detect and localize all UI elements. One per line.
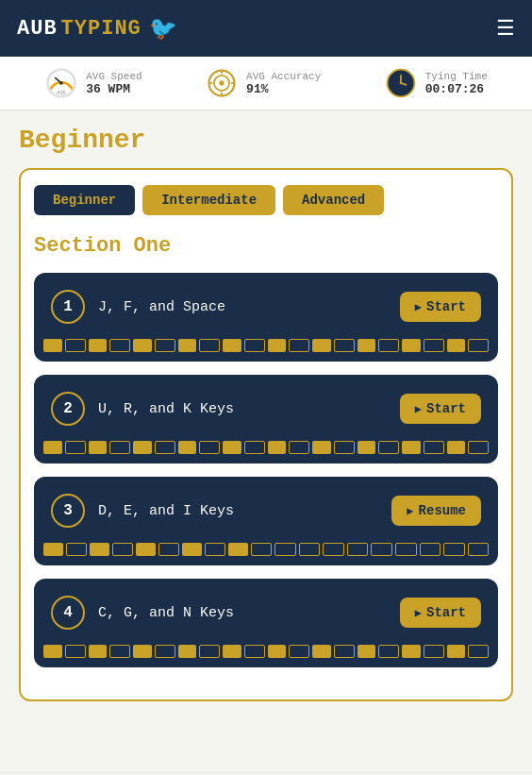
lesson-card-1: 1 J, F, and Space ▶ Start: [34, 273, 498, 362]
key-8: [199, 339, 220, 352]
speedometer-icon: AVG: [44, 66, 78, 100]
time-value: 00:07:26: [425, 82, 488, 96]
lesson-3-btn-label: Resume: [419, 503, 466, 518]
key2-12: [289, 441, 309, 454]
lesson-card-2: 2 U, R, and K Keys ▶ Start: [34, 375, 498, 463]
page-title: Beginner: [19, 126, 513, 155]
key-2: [65, 339, 86, 352]
lesson-2-start-button[interactable]: ▶ Start: [400, 394, 481, 424]
bird-icon: 🐦: [149, 15, 177, 42]
key3-8: [205, 543, 226, 556]
key2-8: [199, 441, 220, 454]
key3-14: [347, 543, 369, 556]
key4-7: [178, 645, 197, 658]
key3-10: [251, 543, 273, 556]
key2-10: [244, 441, 265, 454]
key-16: [378, 339, 399, 352]
key-11: [268, 339, 287, 352]
key-5: [133, 339, 152, 352]
accuracy-label: AVG Accuracy: [246, 71, 321, 82]
keyboard-pattern-3: [34, 537, 498, 565]
key4-3: [89, 645, 108, 658]
key2-9: [223, 441, 241, 454]
time-text: Tying Time 00:07:26: [425, 71, 488, 96]
tab-intermediate[interactable]: Intermediate: [142, 185, 275, 215]
svg-point-15: [399, 82, 402, 85]
key2-3: [89, 441, 108, 454]
key-6: [155, 339, 175, 352]
key3-17: [420, 543, 441, 556]
key3-19: [468, 543, 490, 556]
key3-15: [371, 543, 392, 556]
lesson-name-3: D, E, and I Keys: [98, 503, 234, 519]
main-content: Beginner Beginner Intermediate Advanced …: [0, 110, 532, 771]
lesson-card-inner-1: 1 J, F, and Space ▶ Start: [34, 273, 498, 333]
svg-point-2: [59, 81, 63, 85]
play-icon-1: ▶: [415, 300, 422, 314]
stats-bar: AVG AVG Speed 36 WPM AVG Accuracy 91%: [0, 57, 532, 110]
play-icon-3: ▶: [407, 504, 413, 518]
menu-button[interactable]: ☰: [496, 16, 515, 41]
keyboard-pattern-4: [34, 639, 498, 667]
lesson-left-4: 4 C, G, and N Keys: [51, 596, 234, 630]
key4-5: [133, 645, 152, 658]
key-7: [178, 339, 197, 352]
speed-label: AVG Speed: [86, 71, 141, 82]
lesson-name-2: U, R, and K Keys: [98, 401, 234, 417]
time-label: Tying Time: [425, 71, 488, 82]
key3-1: [43, 543, 63, 556]
key2-13: [312, 441, 331, 454]
lesson-1-start-button[interactable]: ▶ Start: [400, 292, 481, 322]
key4-8: [199, 645, 220, 658]
speed-stat: AVG AVG Speed 36 WPM: [44, 66, 141, 100]
key2-1: [43, 441, 62, 454]
tab-beginner[interactable]: Beginner: [34, 185, 135, 215]
lesson-card-inner-3: 3 D, E, and I Keys ▶ Resume: [34, 477, 498, 537]
key3-18: [443, 543, 465, 556]
lesson-number-1: 1: [51, 290, 85, 324]
key4-9: [223, 645, 241, 658]
lesson-4-start-button[interactable]: ▶ Start: [400, 598, 481, 628]
key2-16: [378, 441, 399, 454]
key3-16: [395, 543, 417, 556]
section-title: Section One: [34, 234, 498, 258]
accuracy-icon: [205, 66, 239, 100]
key4-11: [268, 645, 287, 658]
key4-16: [378, 645, 399, 658]
key4-13: [312, 645, 331, 658]
key3-4: [112, 543, 134, 556]
key-3: [89, 339, 108, 352]
key-18: [424, 339, 444, 352]
key-4: [109, 339, 130, 352]
lesson-card-4: 4 C, G, and N Keys ▶ Start: [34, 579, 498, 667]
lesson-number-3: 3: [51, 494, 85, 528]
key3-6: [158, 543, 180, 556]
svg-point-6: [219, 80, 224, 85]
lesson-name-1: J, F, and Space: [98, 299, 225, 315]
lesson-left-1: 1 J, F, and Space: [51, 290, 225, 324]
key2-4: [109, 441, 130, 454]
logo-typing-text: TYPING: [61, 17, 141, 41]
key2-2: [65, 441, 86, 454]
key-19: [447, 339, 466, 352]
key3-9: [228, 543, 248, 556]
key-12: [289, 339, 309, 352]
key-10: [244, 339, 265, 352]
key2-11: [268, 441, 287, 454]
lesson-1-btn-label: Start: [426, 299, 466, 314]
key2-7: [178, 441, 197, 454]
key2-20: [468, 441, 489, 454]
tabs-container: Beginner Intermediate Advanced Section O…: [19, 168, 513, 701]
clock-icon: [384, 66, 418, 100]
key4-20: [468, 645, 489, 658]
key4-6: [155, 645, 175, 658]
lesson-3-resume-button[interactable]: ▶ Resume: [391, 496, 481, 526]
key2-5: [133, 441, 152, 454]
header: AUB TYPING 🐦 ☰: [0, 0, 532, 57]
lesson-card-3: 3 D, E, and I Keys ▶ Resume: [34, 477, 498, 565]
tab-advanced[interactable]: Advanced: [283, 185, 384, 215]
keyboard-pattern-2: [34, 435, 498, 463]
key3-2: [66, 543, 88, 556]
key-1: [43, 339, 62, 352]
lesson-name-4: C, G, and N Keys: [98, 605, 234, 621]
